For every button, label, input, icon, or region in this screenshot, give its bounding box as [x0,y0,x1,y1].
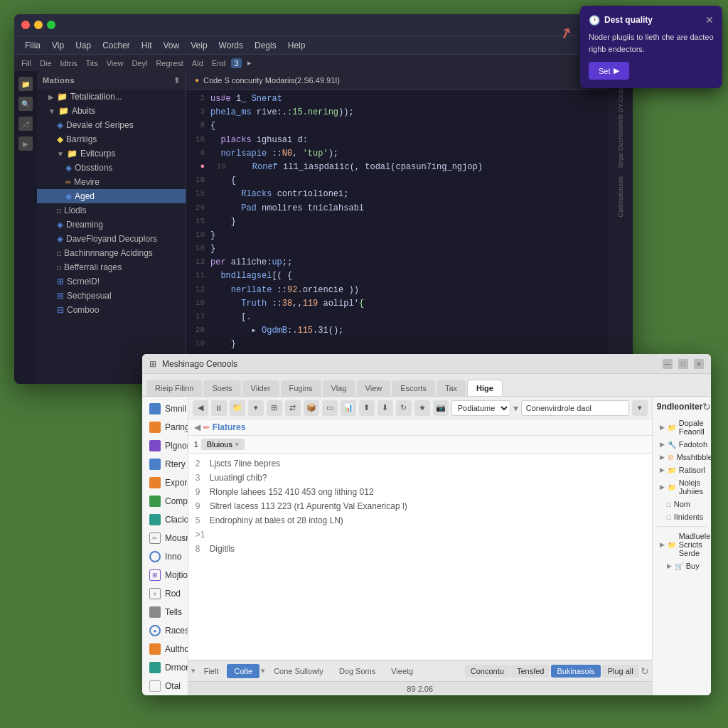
tree-item-dreaming[interactable]: ◈ Dreaming [37,218,186,232]
menu-words[interactable]: Words [214,39,248,52]
toolbar-play[interactable]: ▸ [245,58,255,68]
tree-item-evitcurps[interactable]: ▼ 📁 Evitcurps [37,146,186,161]
pkg-sidebar-compliment[interactable]: Compliment [142,492,188,510]
refresh-icon[interactable]: ↻ [641,665,649,677]
sidebar-debug-icon[interactable]: ▶ [18,136,33,151]
list-item[interactable]: 2 Ljscts 7iine bepres [188,456,652,471]
toolbar-deyl[interactable]: Deyl [129,58,150,68]
pkg-sidebar-rod[interactable]: + Rod [142,584,188,603]
menu-uap[interactable]: Uap [70,39,96,52]
toolbar-grid[interactable]: ⊞ [267,400,282,416]
pkg-sidebar-aulthonic[interactable]: Aulthonic [142,640,188,658]
tree-item-llodls[interactable]: □ Llodls [37,203,186,218]
pkg-select[interactable]: Podiatume [451,400,510,416]
filetree-collapse-icon[interactable]: ⬆ [173,76,181,85]
tab-tax[interactable]: Tax [437,380,466,396]
toolbar-idtris[interactable]: Idtris [58,58,80,68]
code-editor[interactable]: 2 us#e 1_ Snerat 3 phela_ms rive:.:15.ne… [186,90,608,384]
tab-vlag[interactable]: Vlag [323,380,355,396]
toolbar-arrows[interactable]: ⇄ [285,400,301,416]
pkg-sidebar-tells[interactable]: Tells [142,603,188,621]
toolbar-fwd[interactable]: ⏸ [211,400,227,416]
menu-hit[interactable]: Hit [136,39,157,52]
toolbar-pkg[interactable]: 📦 [304,400,319,416]
pkg-maximize-button[interactable]: □ [678,359,688,369]
bottom-tab-dropdown[interactable]: ▾ [261,666,265,675]
tree-item-mevire[interactable]: ✏ Mevire [37,175,186,189]
menu-cocher[interactable]: Cocher [97,39,135,52]
pkg-sidebar-drmort[interactable]: Drmort [142,658,188,677]
toolbar-arrow-down[interactable]: ▾ [248,400,264,416]
tree-item-tetalicatiion[interactable]: ▶ 📁 Tetalicatiion... [37,90,186,104]
tab-escorts[interactable]: Escorts [392,380,435,396]
bottom-tab-fielt[interactable]: Fielt [197,664,226,678]
pkg-sidebar-mousrige[interactable]: ✏ Mousrige [142,529,188,547]
toolbar-bar[interactable]: ▭ [322,400,338,416]
toolbar-die[interactable]: Die [37,58,55,68]
menu-degis[interactable]: Degis [250,39,282,52]
tab-soets[interactable]: Soets [203,380,240,396]
pkg-sidebar-otal[interactable]: Otal [142,677,188,695]
pkg-right-refresh-icon[interactable]: ↻ [702,401,711,412]
close-button[interactable] [21,21,30,29]
tab-rieip-filinn[interactable]: Rieip Filinn [146,380,202,396]
bottom-tabs-arrow[interactable]: ▾ [191,666,196,675]
tree-item-aged[interactable]: ◈ Aged [37,189,186,203]
pkg-sidebar-races[interactable]: ● Races [142,621,188,640]
toolbar-cam[interactable]: 📷 [433,400,449,416]
list-item[interactable]: 8 Digitlls [188,542,652,556]
pkg-tree-item-buy[interactable]: ▶ 🛒 Buy [657,560,707,572]
pkg-tree-item-nom[interactable]: □ Nom [657,498,707,510]
action-bukinasois[interactable]: Bukinasois [551,665,600,678]
pkg-tree-item-fadotoh[interactable]: ▶ 🔧 Fadotoh [657,438,707,451]
pkg-tree-item-msshtbble[interactable]: ▶ ⚙ Msshtbble [657,451,707,464]
tab-fugins[interactable]: Fugins [281,380,321,396]
sidebar-search-icon[interactable]: 🔍 [18,97,33,111]
pkg-sidebar-smnil[interactable]: Smnil [142,400,188,418]
action-plug-all[interactable]: Plug all [602,665,639,678]
code-tab[interactable]: ● Code S concurity Modariis(2.S6.49.91I) [186,71,608,90]
minimize-button[interactable] [34,21,43,29]
pkg-sidebar-claciohal[interactable]: Claciohal [142,510,188,529]
pkg-sidebar-parings[interactable]: Parings [142,418,188,437]
tree-item-sechpesual[interactable]: ⊞ Sechpesual [37,289,186,303]
pkg-tree-item-ratisorl[interactable]: ▶ 📁 Ratisorl [657,464,707,476]
sidebar-explorer-icon[interactable]: 📁 [18,77,33,91]
pkg-minimize-button[interactable]: — [663,359,673,369]
tree-item-obsstions[interactable]: ◈ Obsstions [37,161,186,175]
menu-fiiia[interactable]: Fiiia [20,39,46,52]
toolbar-view[interactable]: View [104,58,127,68]
list-item[interactable]: 9 Rlonple lahees 152 410 453 ong lithing… [188,485,652,499]
pkg-search-input[interactable] [521,400,629,416]
toolbar-up[interactable]: ⬆ [359,400,375,416]
toolbar-fill[interactable]: Fill [18,58,34,68]
menu-veip[interactable]: Veip [186,39,212,52]
pkg-sidebar-rtery[interactable]: Rtery [142,455,188,473]
tree-item-comboo[interactable]: ⊟ Comboo [37,303,186,317]
tab-hige[interactable]: Hige [467,380,503,396]
list-item[interactable]: >1 [188,528,652,542]
menu-help[interactable]: Help [283,39,311,52]
rightpanel-label2[interactable]: Calibrationsab [616,173,626,220]
tree-item-bachinnnange[interactable]: □ Bachinnnange Acidings [37,246,186,260]
bottom-tab-vieetg[interactable]: Vieetg [384,664,420,678]
tree-item-davefloyand[interactable]: ◈ DaveFloyand Decuplors [37,232,186,246]
tree-item-devale[interactable]: ◈ Devale of Seripes [37,118,186,132]
rightpanel-label1[interactable]: Strpe-Dechrionhrib DY Ceadline [616,74,626,171]
tree-item-abuits[interactable]: ▼ 📁 Abuits [37,104,186,118]
pkg-sidebar-inno[interactable]: Inno [142,547,188,566]
search-tag[interactable]: Bluious ▾ [201,439,245,450]
toolbar-star[interactable]: ★ [414,400,430,416]
toolbar-dl[interactable]: ⬇ [378,400,393,416]
list-item[interactable]: 3 Luuatingl chib? [188,471,652,485]
select-arrow-icon[interactable]: ▾ [513,402,518,414]
popup-close-button[interactable]: ✕ [705,14,714,26]
tree-item-barriiigs[interactable]: ◆ Barriiigs [37,132,186,146]
popup-set-button[interactable]: Set ▶ [589,62,629,80]
tab-viider[interactable]: Viider [242,380,279,396]
search-tag-arrow[interactable]: ▾ [235,441,239,448]
tab-view[interactable]: View [357,380,391,396]
toolbar-search-down[interactable]: ▾ [632,400,648,416]
pkg-tree-item-dopale[interactable]: ▶ 📁 Dopale Feaorill [657,417,707,438]
menu-vip[interactable]: Vip [47,39,69,52]
